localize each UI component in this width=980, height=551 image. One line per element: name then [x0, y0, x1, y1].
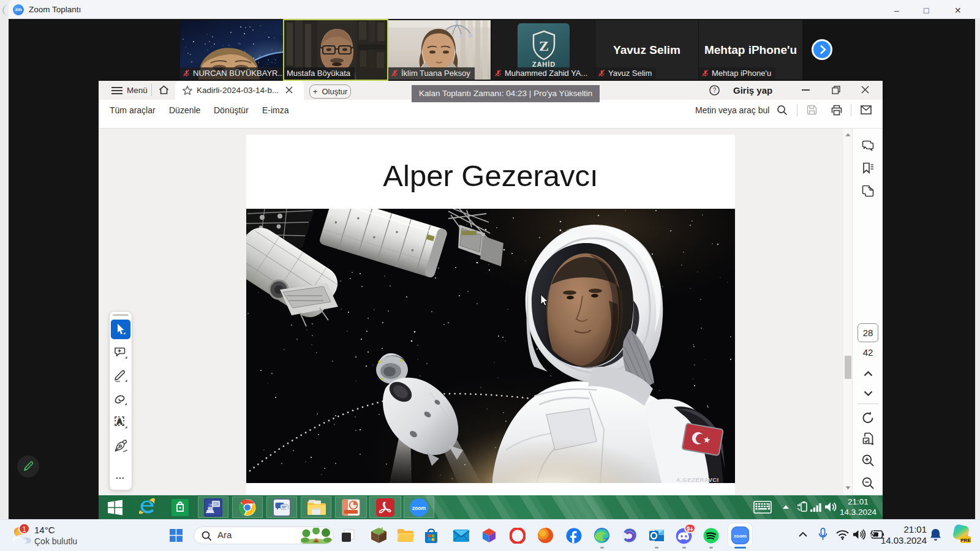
svg-text:zoom: zoom [734, 533, 747, 539]
svg-text:A: A [117, 418, 123, 426]
svg-text:zoom: zoom [412, 505, 426, 511]
svg-text:A.GEZERAVCI: A.GEZERAVCI [676, 476, 719, 483]
svg-text:?: ? [713, 87, 717, 94]
svg-text:Z: Z [539, 38, 549, 54]
svg-text:PRE: PRE [960, 538, 971, 543]
